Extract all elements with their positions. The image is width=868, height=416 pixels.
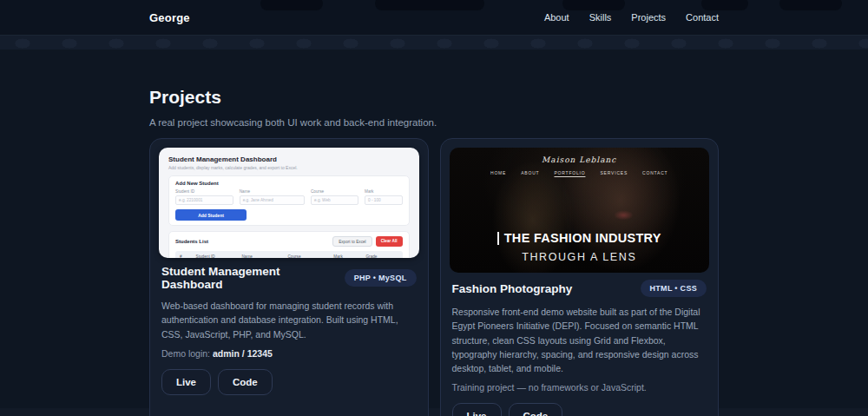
live-button[interactable]: Live [452, 403, 502, 416]
tech-stack-badge: PHP • MySQL [345, 269, 417, 287]
mark-input: 0 - 100 [365, 195, 402, 205]
project-description: Web-based dashboard for managing student… [159, 299, 419, 341]
project-description: Responsive front-end demo website built … [450, 305, 710, 375]
project-title: Fashion Photography [452, 282, 573, 295]
demo-login-credentials: admin / 12345 [213, 348, 273, 359]
headline-line-1: THE FASHION INDUSTRY [504, 231, 661, 245]
preview-nav-about: ABOUT [521, 170, 539, 175]
export-to-excel-button: Export to Excel [332, 236, 372, 247]
preview-form-heading: Add New Student [175, 181, 403, 186]
nav-link-about[interactable]: About [544, 12, 569, 23]
preview-students-list-panel: Students List Export to Excel Clear All … [168, 231, 410, 258]
nav-links: About Skills Projects Contact [544, 12, 719, 23]
preview-site-logo: Maison Leblanc [450, 148, 710, 164]
project-preview-fashion-image: Maison Leblanc HOME ABOUT PORTFOLIO SERV… [450, 148, 710, 273]
nav-link-skills[interactable]: Skills [589, 12, 612, 23]
section-subtitle: A real project showcasing both UI work a… [149, 117, 719, 128]
preview-dashboard-title: Student Management Dashboard [168, 155, 410, 163]
preview-list-heading: Students List [175, 239, 208, 244]
preview-field-name: Name e.g. Jane Ahmed [240, 189, 305, 205]
navbar: George About Skills Projects Contact [0, 0, 868, 35]
demo-login-label: Demo login: [161, 348, 213, 359]
demo-login-note: Demo login: admin / 12345 [159, 348, 419, 359]
tech-stack-badge: HTML • CSS [641, 280, 707, 297]
preview-nav-services: SERVICES [600, 170, 628, 175]
preview-form-fields: Student ID e.g. 2210001 Name e.g. Jane A… [175, 189, 403, 205]
window-tab-artifact [375, 0, 484, 10]
field-label: Name [240, 189, 305, 194]
window-tab-artifact [779, 0, 842, 10]
preview-add-student-panel: Add New Student Student ID e.g. 2210001 … [168, 175, 410, 226]
column-header: Grade [365, 254, 398, 259]
preview-nav-contact: CONTACT [642, 170, 667, 175]
column-header: Course [287, 254, 333, 259]
headline-accent-bar [497, 232, 499, 245]
page-title: Projects [149, 87, 719, 107]
field-label: Mark [365, 189, 402, 194]
window-tab-artifact [260, 0, 323, 10]
decorative-band [0, 35, 868, 50]
column-header: Student ID [196, 254, 242, 259]
project-card-student-dashboard: Student Management Dashboard Add student… [149, 138, 429, 416]
preview-table-header: # Student ID Name Course Mark Grade [175, 251, 403, 258]
clear-all-button: Clear All [376, 236, 403, 247]
column-header: Name [241, 254, 287, 259]
name-input: e.g. Jane Ahmed [240, 195, 305, 205]
nav-link-contact[interactable]: Contact [686, 12, 719, 23]
nav-link-projects[interactable]: Projects [631, 12, 666, 23]
preview-field-course: Course e.g. Web [311, 189, 358, 205]
projects-section: Projects A real project showcasing both … [149, 87, 719, 416]
project-card-fashion-photography: Maison Leblanc HOME ABOUT PORTFOLIO SERV… [440, 138, 720, 416]
add-student-button: Add Student [175, 209, 247, 221]
headline-line-2: THROUGH A LENS [450, 251, 710, 263]
code-button[interactable]: Code [509, 403, 563, 416]
preview-field-mark: Mark 0 - 100 [365, 189, 402, 205]
student-id-input: e.g. 2210001 [175, 195, 233, 205]
preview-field-student-id: Student ID e.g. 2210001 [175, 189, 233, 205]
preview-headline: THE FASHION INDUSTRY THROUGH A LENS [450, 231, 710, 263]
code-button[interactable]: Code [218, 369, 273, 395]
project-title: Student Management Dashboard [161, 265, 345, 291]
project-preview-student-dashboard-image: Student Management Dashboard Add student… [159, 148, 419, 258]
window-tab-artifact [701, 0, 748, 10]
training-project-note: Training project — no frameworks or Java… [450, 382, 710, 393]
field-label: Student ID [175, 189, 233, 194]
window-tab-artifact [562, 0, 625, 10]
preview-nav-portfolio: PORTFOLIO [554, 170, 585, 175]
field-label: Course [311, 189, 358, 194]
course-input: e.g. Web [311, 195, 358, 205]
project-cards: Student Management Dashboard Add student… [149, 138, 719, 416]
brand-logo[interactable]: George [149, 11, 190, 24]
column-header: Mark [333, 254, 365, 259]
live-button[interactable]: Live [161, 369, 211, 395]
preview-site-nav: HOME ABOUT PORTFOLIO SERVICES CONTACT [450, 170, 710, 175]
column-header: # [180, 254, 196, 259]
preview-nav-home: HOME [490, 170, 506, 175]
preview-dashboard-subtitle: Add students, display marks, calculate g… [168, 165, 410, 170]
